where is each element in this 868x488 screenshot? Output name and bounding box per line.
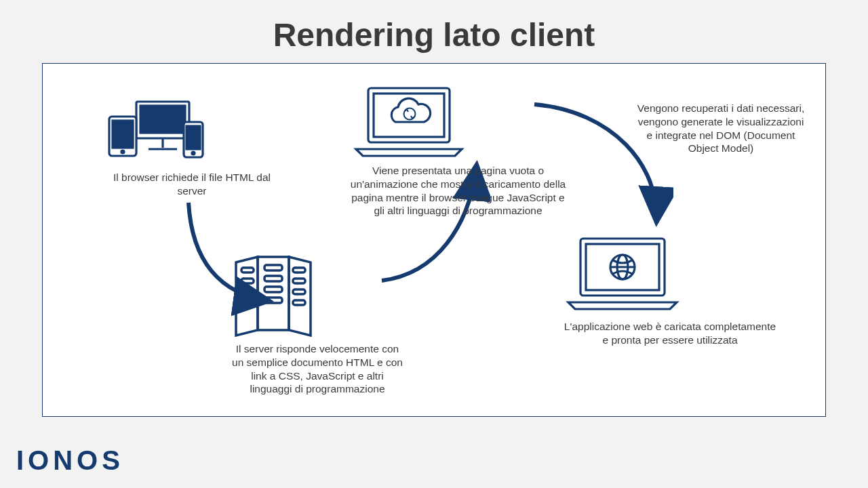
svg-point-6 [121, 150, 124, 153]
svg-rect-21 [293, 289, 305, 294]
diagram-title: Rendering lato client [0, 0, 868, 63]
step-2-label: Il server risponde velocemente con un se… [229, 342, 406, 396]
svg-rect-18 [264, 298, 282, 303]
svg-rect-13 [241, 289, 254, 294]
step-5-label: L'applicazione web è caricata completame… [561, 320, 778, 347]
devices-icon [104, 98, 212, 165]
step-4-label: Vengono recuperati i dati necessari, ven… [636, 102, 806, 155]
svg-rect-5 [113, 121, 133, 148]
svg-rect-23 [368, 88, 450, 142]
svg-rect-8 [186, 126, 200, 149]
svg-rect-19 [293, 268, 305, 272]
svg-rect-1 [140, 106, 185, 133]
step-4: Vengono recuperati i dati necessari, ven… [636, 102, 806, 155]
svg-rect-16 [264, 276, 282, 281]
svg-rect-10 [258, 257, 289, 330]
server-icon [229, 256, 324, 337]
svg-rect-22 [293, 300, 305, 305]
laptop-globe-icon [561, 233, 684, 314]
step-1-label: Il browser richiede il file HTML dal ser… [104, 171, 280, 198]
svg-rect-15 [264, 265, 282, 270]
diagram-panel: Il browser richiede il file HTML dal ser… [42, 63, 826, 417]
svg-rect-24 [374, 94, 444, 137]
svg-rect-14 [241, 300, 254, 305]
svg-rect-20 [293, 279, 305, 283]
svg-rect-17 [264, 287, 282, 292]
svg-point-9 [192, 152, 195, 155]
brand-logo: IONOS [16, 445, 124, 476]
svg-rect-11 [241, 268, 254, 272]
step-5: L'applicazione web è caricata completame… [561, 233, 778, 347]
svg-rect-12 [241, 279, 254, 283]
laptop-cloud-icon [348, 84, 470, 159]
step-1: Il browser richiede il file HTML dal ser… [104, 98, 280, 198]
